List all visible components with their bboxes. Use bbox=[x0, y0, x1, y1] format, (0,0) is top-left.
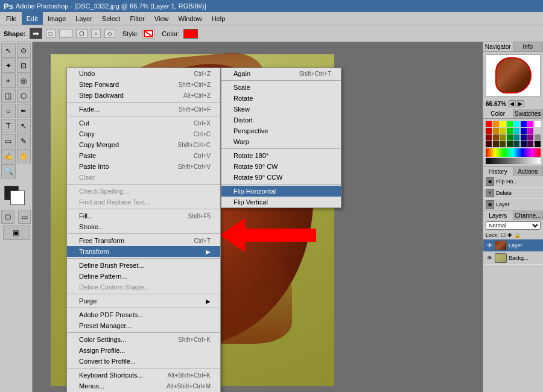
color-swatch[interactable] bbox=[513, 134, 519, 141]
transform-perspective[interactable]: Perspective bbox=[221, 125, 341, 136]
tool-clone[interactable]: ◎ bbox=[17, 74, 31, 88]
color-swatch[interactable] bbox=[521, 128, 527, 134]
edit-define-brush[interactable]: Define Brush Preset... bbox=[67, 260, 220, 271]
tool-hand[interactable]: ✋ bbox=[17, 149, 31, 163]
color-swatch[interactable] bbox=[486, 134, 492, 141]
menu-select[interactable]: Select bbox=[97, 12, 125, 25]
edit-purge[interactable]: Purge ▶ bbox=[67, 296, 220, 306]
transform-flip-horizontal[interactable]: Flip Horizontal bbox=[221, 186, 341, 197]
tab-info[interactable]: Info bbox=[513, 42, 544, 51]
transform-rotate[interactable]: Rotate bbox=[221, 93, 341, 104]
edit-stroke[interactable]: Stroke... bbox=[67, 221, 220, 232]
tab-history[interactable]: History bbox=[483, 167, 513, 176]
transform-again[interactable]: Again Shift+Ctrl+T bbox=[221, 68, 341, 79]
color-swatch[interactable] bbox=[486, 141, 492, 147]
edit-cut[interactable]: Cut Ctrl+X bbox=[67, 118, 220, 128]
tab-color[interactable]: Color bbox=[483, 109, 513, 118]
color-swatch[interactable] bbox=[500, 121, 506, 127]
menu-window[interactable]: Window bbox=[174, 12, 207, 25]
color-swatch[interactable] bbox=[521, 121, 527, 127]
color-swatch[interactable] bbox=[527, 134, 533, 141]
edit-color-settings[interactable]: Color Settings... Shift+Ctrl+K bbox=[67, 334, 220, 345]
tool-crop[interactable]: ⊡ bbox=[17, 58, 31, 73]
edit-define-pattern[interactable]: Define Pattern... bbox=[67, 271, 220, 282]
style-selector[interactable] bbox=[142, 29, 154, 39]
spectrum-bar[interactable] bbox=[486, 148, 541, 157]
color-swatch[interactable] bbox=[493, 134, 499, 141]
layer-item-1[interactable]: 👁 Layer bbox=[483, 239, 543, 252]
color-swatch[interactable] bbox=[507, 121, 513, 127]
color-swatch[interactable] bbox=[507, 134, 513, 141]
edit-copy[interactable]: Copy Ctrl+C bbox=[67, 128, 220, 139]
menu-edit[interactable]: Edit bbox=[22, 12, 43, 25]
color-swatch[interactable] bbox=[513, 121, 519, 127]
tab-layers[interactable]: Layers bbox=[483, 211, 513, 220]
transform-distort[interactable]: Distort bbox=[221, 115, 341, 125]
edit-fill[interactable]: Fill... Shift+F5 bbox=[67, 210, 220, 221]
edit-step-forward[interactable]: Step Forward Shift+Ctrl+Z bbox=[67, 79, 220, 90]
shape-option-5[interactable]: ◇ bbox=[104, 29, 115, 38]
edit-transform[interactable]: Transform ▶ bbox=[67, 246, 220, 257]
color-swatch[interactable] bbox=[535, 128, 541, 134]
color-selector[interactable] bbox=[183, 29, 198, 39]
color-swatch[interactable] bbox=[493, 128, 499, 134]
edit-fade[interactable]: Fade... Shift+Ctrl+F bbox=[67, 104, 220, 115]
shape-option-3[interactable]: ⬡ bbox=[76, 29, 87, 38]
history-item-3[interactable]: ▣ Layer bbox=[483, 199, 543, 210]
color-swatch[interactable] bbox=[486, 128, 492, 134]
color-swatch[interactable] bbox=[507, 141, 513, 147]
color-swatch[interactable] bbox=[535, 141, 541, 147]
tool-eyedropper[interactable]: ✍ bbox=[1, 149, 16, 163]
layer-item-bg[interactable]: 👁 Backg... bbox=[483, 252, 543, 265]
tool-eraser[interactable]: ◫ bbox=[1, 89, 16, 103]
menu-file[interactable]: File bbox=[1, 12, 22, 25]
color-swatch[interactable] bbox=[500, 141, 506, 147]
transform-scale[interactable]: Scale bbox=[221, 82, 341, 93]
tool-healing[interactable]: ⌖ bbox=[1, 74, 16, 88]
zoom-out-button[interactable]: ◀ bbox=[509, 100, 516, 107]
color-swatch[interactable] bbox=[486, 121, 492, 127]
edit-pdf-presets[interactable]: Adobe PDF Presets... bbox=[67, 309, 220, 320]
edit-paste[interactable]: Paste Ctrl+V bbox=[67, 150, 220, 161]
tool-paint-bucket[interactable]: ⬡ bbox=[17, 89, 31, 103]
transform-warp[interactable]: Warp bbox=[221, 136, 341, 147]
tool-quick-mask[interactable]: ⬡ bbox=[1, 210, 14, 224]
edit-assign-profile[interactable]: Assign Profile... bbox=[67, 345, 220, 356]
transform-skew[interactable]: Skew bbox=[221, 104, 341, 115]
menu-image[interactable]: Image bbox=[43, 12, 71, 25]
tab-channels[interactable]: Channe... bbox=[513, 211, 544, 220]
color-swatch[interactable] bbox=[535, 134, 541, 141]
transform-rotate-180[interactable]: Rotate 180° bbox=[221, 150, 341, 161]
tool-lasso[interactable]: ⊙ bbox=[17, 43, 31, 58]
tab-navigator[interactable]: Navigator bbox=[483, 42, 513, 51]
color-swatch[interactable] bbox=[513, 128, 519, 134]
menu-view[interactable]: View bbox=[150, 12, 174, 25]
tool-dodge[interactable]: ○ bbox=[1, 104, 16, 118]
color-swatch[interactable] bbox=[493, 121, 499, 127]
blend-mode-select[interactable]: Normal bbox=[486, 221, 541, 230]
background-color[interactable] bbox=[10, 191, 25, 205]
color-swatch[interactable] bbox=[535, 121, 541, 127]
tool-text[interactable]: T bbox=[1, 119, 16, 133]
tool-shape[interactable]: ▭ bbox=[1, 134, 16, 148]
edit-preset-manager[interactable]: Preset Manager... bbox=[67, 320, 220, 331]
color-swatch[interactable] bbox=[507, 128, 513, 134]
color-swatch[interactable] bbox=[500, 128, 506, 134]
transform-rotate-90-cw[interactable]: Rotate 90° CW bbox=[221, 161, 341, 172]
edit-keyboard-shortcuts[interactable]: Keyboard Shortcuts... Alt+Shift+Ctrl+K bbox=[67, 370, 220, 381]
tab-actions[interactable]: Actions bbox=[513, 167, 544, 176]
color-swatch[interactable] bbox=[527, 128, 533, 134]
edit-copy-merged[interactable]: Copy Merged Shift+Ctrl+C bbox=[67, 139, 220, 150]
shape-option-1[interactable]: □ bbox=[46, 29, 56, 38]
color-swatch[interactable] bbox=[500, 134, 506, 141]
history-item-1[interactable]: ▣ Flip Ho... bbox=[483, 176, 543, 188]
color-swatch[interactable] bbox=[521, 134, 527, 141]
edit-paste-into[interactable]: Paste Into Shift+Ctrl+V bbox=[67, 161, 220, 172]
color-swatch[interactable] bbox=[527, 121, 533, 127]
color-swatch[interactable] bbox=[493, 141, 499, 147]
menu-layer[interactable]: Layer bbox=[71, 12, 97, 25]
tool-move[interactable]: ↖ bbox=[1, 43, 16, 58]
history-item-2[interactable]: ✕ Delete bbox=[483, 188, 543, 199]
shape-option-2[interactable]: ⬜ bbox=[59, 29, 72, 38]
menu-help[interactable]: Help bbox=[207, 12, 230, 25]
